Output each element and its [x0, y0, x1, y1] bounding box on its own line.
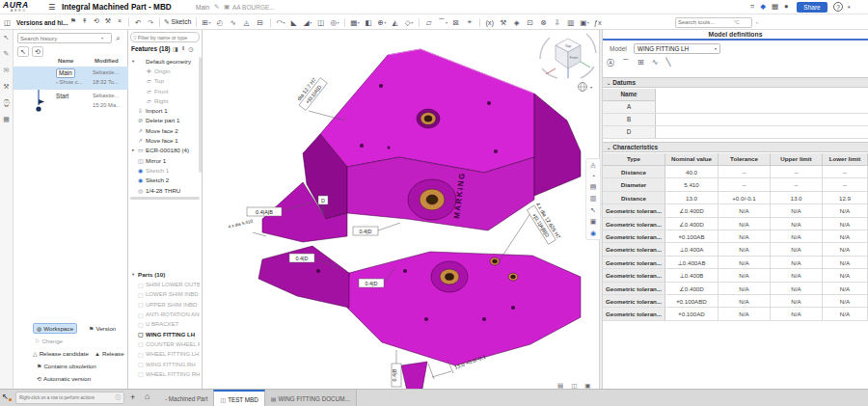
note-dia-12-7[interactable]: dia 12.7 H7 ⌖|0.1|A|D — [293, 73, 327, 110]
feature-item[interactable]: ▾ Default geometry — [128, 56, 200, 66]
datums-section-header[interactable]: ⌄Datums — [603, 77, 868, 88]
collapse-toolbar-icon[interactable]: ‹ — [756, 19, 758, 25]
part-item[interactable]: ▢ SHIM LOWER OUTBD — [128, 280, 200, 289]
appearance-icon[interactable]: ◬ — [590, 161, 595, 169]
fcf-d-3[interactable]: 0.4|D — [359, 279, 384, 287]
characteristic-row[interactable]: Geometric toleran... ∠0.400D N/A N/A N/A — [603, 218, 868, 230]
fcf-flatness-ab[interactable]: 0.4|A|B — [247, 207, 282, 216]
fcf-d-1[interactable]: 0.4|D — [353, 227, 378, 235]
project-icon[interactable]: ⊠ — [449, 18, 463, 27]
search-caret-icon[interactable]: ▾ — [101, 36, 103, 41]
thicken-icon[interactable]: ⊟ — [254, 18, 267, 27]
separator-3[interactable] — [419, 18, 420, 27]
loft-icon[interactable]: ◬ — [240, 18, 254, 27]
sheet-icon[interactable]: ⊡ — [524, 18, 537, 27]
geometric-tolerance-tool-icon[interactable]: ⊞ — [637, 58, 644, 68]
hamburger-menu-icon[interactable]: ☰ — [48, 3, 55, 12]
revolve-icon[interactable]: ◴ — [213, 18, 227, 27]
linear-pattern-icon[interactable]: ▦ ▾ — [348, 18, 362, 27]
separator-1[interactable] — [270, 18, 271, 27]
datum-row[interactable]: A — [603, 101, 868, 114]
version-name[interactable]: Main — [56, 68, 75, 78]
tools-icon[interactable]: ⚒ — [3, 83, 9, 91]
feature-item[interactable]: ✛ Origin — [128, 66, 200, 75]
feature-item[interactable]: ▸ ▭ ECR-000180 (4) — [128, 146, 200, 155]
fcf-b-vertical[interactable]: 0.4|B — [392, 364, 401, 387]
perspective-icon[interactable]: ▤ — [557, 382, 563, 390]
part-item[interactable]: ▢ ANTI-ROTATION ANG... — [128, 310, 200, 319]
feature-item[interactable]: ▱ Right — [128, 95, 200, 105]
search-tools-input[interactable] — [678, 19, 734, 25]
note-dia-5-410[interactable]: 4 x dia 5.410 — [228, 218, 254, 229]
tables-icon[interactable]: ▦ — [3, 116, 10, 123]
tab-machined-part[interactable]: - Machined Part — [157, 390, 213, 406]
select-mode-icon[interactable]: ↖ — [17, 46, 29, 57]
panels-icon[interactable]: ◫ — [4, 18, 11, 27]
part-item[interactable]: ▢ WING FITTING LH — [128, 329, 200, 338]
separator-2[interactable] — [344, 18, 345, 27]
app-store-icon[interactable]: ◆ — [760, 2, 766, 12]
characteristic-row[interactable]: Geometric toleran... ⌖0.100AB N/A N/A N/… — [603, 230, 868, 243]
add-tab-button[interactable]: + — [130, 392, 135, 402]
datum-tool-icon[interactable]: Ⓐ — [607, 58, 614, 68]
characteristic-row[interactable]: Geometric toleran... ⊥0.400B N/A N/A N/A — [603, 269, 868, 282]
saved-views-icon[interactable]: ▣ — [590, 218, 597, 226]
rollback-icon[interactable]: ◨ — [173, 45, 178, 52]
characteristics-section-header[interactable]: ⌄Characteristics — [603, 142, 868, 152]
part-item[interactable]: ▢ WHEEL FITTING LH — [128, 349, 200, 359]
feature-item[interactable]: ▱ Front — [128, 86, 200, 95]
select-pmi-icon[interactable]: ↖ — [590, 206, 596, 214]
mbd-view-icon[interactable]: ◉ — [590, 230, 596, 237]
tab-test-mbd[interactable]: ◫ TEST MBD — [213, 390, 264, 406]
feature-item[interactable]: ↗ Move face 1 — [128, 135, 200, 145]
history-icon[interactable]: ⌚ — [2, 99, 11, 107]
feature-item[interactable]: ↗ Move face 2 — [128, 125, 200, 135]
units-label[interactable]: °C — [734, 19, 740, 25]
tree-splitter[interactable] — [130, 197, 200, 200]
tab-wing-fitting-document[interactable]: ▤ WING FITTING DOCUM... — [265, 390, 357, 406]
version-name[interactable]: Start — [56, 93, 68, 99]
restore-icon[interactable]: ⟲ — [93, 17, 100, 25]
characteristic-row[interactable]: Geometric toleran... ⌖0.100ABD N/A N/A N… — [603, 295, 868, 308]
branch-label[interactable]: Main — [196, 4, 209, 11]
chamfer-icon[interactable]: ◣ — [287, 18, 301, 27]
datum-row[interactable]: B — [603, 114, 868, 126]
undo-icon[interactable]: ↶ — [135, 18, 141, 27]
share-button[interactable]: Share — [797, 2, 827, 13]
feature-item[interactable]: ▱ Top — [128, 76, 200, 86]
info-icon[interactable]: ⓘ — [116, 394, 122, 401]
merge-icon[interactable]: ⚒ — [104, 17, 112, 25]
export-icon[interactable]: ⇩ — [551, 18, 564, 27]
section-view-icon[interactable]: ◔ — [591, 173, 595, 179]
note-dia-12-625[interactable]: 4 x dia 12.625 H7 ⌖|0.1|A|B|D — [527, 202, 561, 245]
document-reference[interactable]: AA BOURGE... — [232, 4, 275, 11]
split-icon[interactable]: ◭ — [389, 18, 402, 27]
sweep-icon[interactable]: ∿ — [227, 18, 240, 27]
model-select[interactable]: WING FITTING LH ▾ — [634, 43, 720, 54]
curve-icon[interactable]: ⌒ ▾ — [436, 17, 449, 27]
comments-icon[interactable]: ✉ — [4, 67, 10, 74]
part-item[interactable]: ▢ UPPER SHIM INBD — [128, 300, 200, 310]
named-views-icon[interactable]: ▤ — [590, 183, 597, 191]
datum-d-label[interactable]: D — [318, 196, 328, 204]
view-caret-icon[interactable]: ▾ — [590, 85, 592, 90]
feature-item[interactable]: ◉ Sketch 2 — [128, 176, 200, 185]
home-icon[interactable]: ⌂ — [145, 392, 149, 401]
part-item[interactable]: ▢ WHEEL FITTING RH — [128, 369, 200, 379]
plane-icon[interactable]: ▱ — [422, 18, 436, 27]
edit-icon[interactable]: ✎ — [214, 3, 219, 11]
create-branch-icon[interactable]: ↟ — [81, 17, 89, 25]
fx-icon[interactable]: ƒx — [591, 18, 605, 27]
3d-viewport[interactable]: MARKING 0.4|A|B D 0.4|D 0.4|D — [203, 30, 603, 389]
datum-row[interactable]: D — [603, 126, 868, 139]
display-states-icon[interactable]: ▥ — [590, 195, 597, 203]
redo-icon[interactable]: ↷ — [148, 18, 153, 27]
boolean-icon[interactable]: ⊕ ▾ — [375, 18, 389, 27]
feature-item[interactable]: ◫ Mirror 1 — [128, 155, 200, 165]
header-caret-icon[interactable]: ▾ — [848, 4, 851, 10]
mirror-icon[interactable]: ◧ — [362, 18, 375, 27]
document-title[interactable]: Integral Machined Part - MBD — [62, 3, 172, 12]
view-cube[interactable]: Top Front — [540, 34, 596, 78]
history-icon[interactable]: ◷ — [188, 45, 193, 52]
perspective-toggle[interactable]: ▾ — [579, 83, 593, 92]
